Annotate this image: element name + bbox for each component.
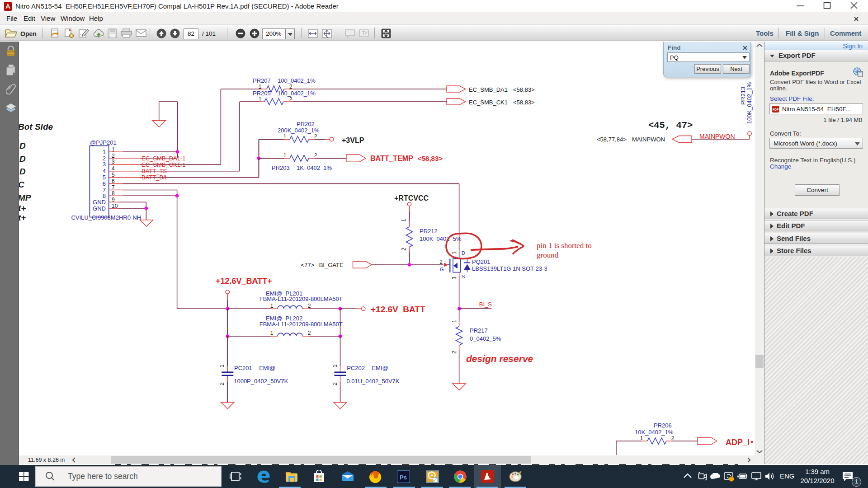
- svg-text:1000P_0402_50V7K: 1000P_0402_50V7K: [234, 378, 288, 385]
- svg-text:FBMA-L11-201209-800LMA50T: FBMA-L11-201209-800LMA50T: [259, 321, 343, 328]
- svg-text:design reserve: design reserve: [466, 353, 533, 364]
- svg-text:2: 2: [103, 155, 106, 162]
- svg-text:1K_0402_1%: 1K_0402_1%: [297, 164, 332, 171]
- svg-text:G: G: [440, 267, 444, 272]
- svg-text:2: 2: [308, 303, 311, 309]
- svg-text:BATT_TEMP: BATT_TEMP: [370, 155, 413, 162]
- svg-text:0.01U_0402_50V7K: 0.01U_0402_50V7K: [346, 378, 399, 385]
- svg-text:2: 2: [332, 382, 338, 385]
- svg-text:+12.6V_BATT+: +12.6V_BATT+: [216, 277, 272, 286]
- svg-text:2: 2: [314, 152, 317, 159]
- svg-text:C: C: [19, 180, 24, 189]
- svg-text:100K_0402_1%: 100K_0402_1%: [746, 82, 753, 124]
- svg-text:<58,83>: <58,83>: [513, 86, 535, 93]
- svg-text:<77>: <77>: [301, 262, 315, 268]
- svg-text:1: 1: [451, 319, 458, 323]
- svg-text:BATT_B/I: BATT_B/I: [142, 174, 166, 181]
- svg-text:PR202: PR202: [297, 121, 315, 127]
- svg-text:100_0402_1%: 100_0402_1%: [278, 90, 316, 97]
- svg-text:BI_GATE: BI_GATE: [319, 262, 344, 268]
- svg-text:1: 1: [270, 330, 274, 336]
- svg-text:2: 2: [671, 435, 675, 441]
- svg-text:PC201: PC201: [234, 365, 252, 371]
- svg-text:2: 2: [439, 259, 443, 265]
- svg-text:D: D: [19, 167, 26, 176]
- svg-text:200K_0402_1%: 200K_0402_1%: [278, 127, 320, 134]
- svg-text:+3VLP: +3VLP: [342, 136, 364, 144]
- svg-text:GND: GND: [93, 199, 106, 206]
- svg-text:t+: t+: [19, 203, 26, 213]
- svg-text:1: 1: [259, 84, 262, 90]
- svg-text:1: 1: [332, 364, 338, 367]
- svg-text:@PJP201: @PJP201: [90, 139, 117, 146]
- svg-text:T: T: [362, 30, 365, 36]
- svg-text:2: 2: [451, 351, 458, 354]
- svg-text:<58,83>: <58,83>: [418, 155, 443, 162]
- svg-text:MAINPWON: MAINPWON: [699, 133, 735, 140]
- svg-text:<58,83>: <58,83>: [513, 99, 535, 106]
- svg-text:1: 1: [270, 303, 274, 309]
- svg-text:1: 1: [283, 133, 287, 140]
- svg-text:8: 8: [103, 192, 106, 199]
- svg-text:2: 2: [289, 96, 292, 103]
- svg-text:EC_SMB_DA1-1: EC_SMB_DA1-1: [142, 155, 186, 162]
- svg-text:100K_0402_5%: 100K_0402_5%: [420, 235, 462, 242]
- svg-text:FBMA-L11-201209-800LMA50T: FBMA-L11-201209-800LMA50T: [259, 296, 343, 302]
- svg-text:EC_SMB_CK1: EC_SMB_CK1: [469, 99, 508, 106]
- svg-text:BI_S: BI_S: [479, 301, 492, 308]
- svg-text:EC_SMB_CK1-1: EC_SMB_CK1-1: [142, 161, 186, 168]
- svg-text:1: 1: [283, 152, 287, 159]
- svg-text:PR205: PR205: [253, 90, 271, 97]
- svg-text:2: 2: [401, 248, 407, 251]
- svg-text:D: D: [19, 141, 26, 150]
- svg-text:+12.6V_BATT: +12.6V_BATT: [371, 305, 425, 314]
- svg-text:<58,77,84>: <58,77,84>: [597, 136, 627, 143]
- svg-text:1: 1: [401, 219, 407, 222]
- svg-text:100_0402_1%: 100_0402_1%: [278, 77, 316, 84]
- svg-text:PQ201: PQ201: [472, 258, 490, 265]
- svg-text:CVILU_CI9908M2HR0-NH: CVILU_CI9908M2HR0-NH: [71, 214, 141, 221]
- svg-text:EC_SMB_DA1: EC_SMB_DA1: [469, 86, 508, 93]
- svg-text:Ps: Ps: [400, 474, 407, 481]
- svg-text:5: 5: [103, 174, 106, 181]
- svg-text:10K_0402_1%: 10K_0402_1%: [635, 429, 674, 436]
- svg-text:MAINPWON: MAINPWON: [632, 136, 665, 143]
- svg-text:ground: ground: [537, 251, 559, 259]
- svg-text:4: 4: [103, 168, 106, 174]
- svg-text:PR207: PR207: [253, 77, 271, 84]
- svg-text:+RTCVCC: +RTCVCC: [394, 194, 429, 202]
- svg-text:2: 2: [308, 330, 311, 336]
- svg-text:2: 2: [289, 84, 292, 90]
- svg-text:PR203: PR203: [272, 164, 290, 171]
- svg-text:PR212: PR212: [420, 228, 438, 235]
- svg-text:1: 1: [259, 96, 262, 103]
- svg-text:3: 3: [103, 161, 106, 168]
- svg-text:1: 1: [103, 149, 106, 155]
- svg-text:ADP_I: ADP_I: [726, 438, 750, 447]
- svg-text:1: 1: [219, 364, 225, 367]
- svg-text:PR217: PR217: [470, 327, 488, 334]
- svg-text:0_0402_5%: 0_0402_5%: [470, 335, 501, 342]
- svg-text:GND: GND: [93, 205, 106, 212]
- svg-text:LBSS139LT1G 1N SOT-23-3: LBSS139LT1G 1N SOT-23-3: [472, 265, 547, 272]
- svg-text:S: S: [462, 274, 465, 279]
- svg-text:pin 1 is shorted to: pin 1 is shorted to: [537, 241, 592, 250]
- svg-text:3: 3: [451, 277, 458, 280]
- svg-text:6: 6: [103, 180, 106, 187]
- svg-text:MP: MP: [19, 193, 31, 202]
- svg-text:BATT_TS: BATT_TS: [142, 168, 167, 174]
- svg-text:PDF: PDF: [773, 108, 778, 111]
- svg-text:1: 1: [451, 251, 458, 254]
- svg-text:Bot Side: Bot Side: [19, 122, 53, 131]
- svg-text:EMI@: EMI@: [372, 365, 388, 371]
- svg-text:PR206: PR206: [654, 422, 672, 429]
- svg-text:t+: t+: [19, 213, 26, 222]
- svg-text:EMI@: EMI@: [259, 365, 275, 371]
- svg-text:PR213: PR213: [740, 87, 746, 105]
- svg-text:1: 1: [640, 435, 643, 441]
- svg-text:<45, 47>: <45, 47>: [648, 120, 693, 131]
- svg-text:D: D: [462, 250, 465, 256]
- svg-text:2: 2: [219, 382, 225, 385]
- svg-text:PC202: PC202: [347, 365, 365, 371]
- svg-text:D: D: [19, 154, 26, 164]
